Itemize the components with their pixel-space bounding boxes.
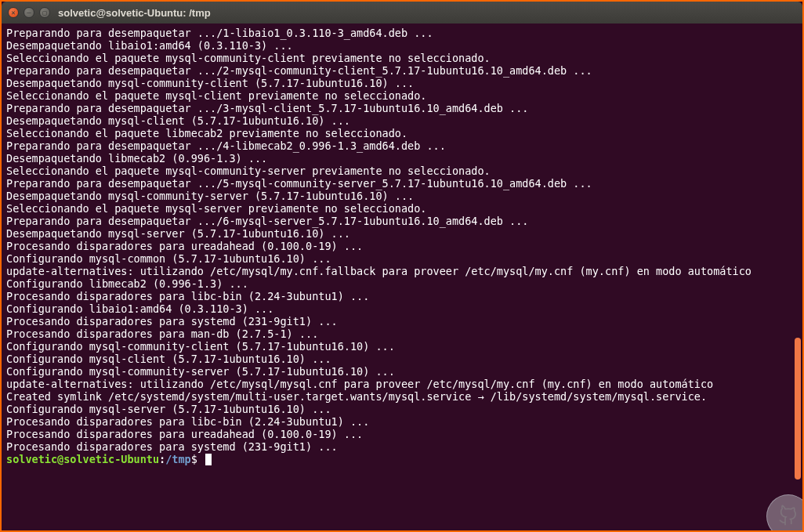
prompt-path: /tmp [165, 453, 191, 465]
terminal-line: Preparando para desempaquetar .../5-mysq… [6, 177, 798, 190]
terminal-line: Preparando para desempaquetar .../1-liba… [6, 27, 798, 39]
terminal-line: Configurando mysql-server (5.7.17-1ubunt… [6, 403, 798, 415]
terminal-line: update-alternatives: utilizando /etc/mys… [6, 265, 798, 277]
terminal-line: Desempaquetando mysql-community-client (… [6, 77, 798, 89]
maximize-icon[interactable]: ▢ [39, 7, 50, 18]
scrollbar[interactable] [793, 24, 802, 530]
terminal-line: Preparando para desempaquetar .../6-mysq… [6, 215, 798, 227]
terminal-line: Procesando disparadores para systemd (23… [6, 315, 798, 328]
terminal-line: Configurando libaio1:amd64 (0.3.110-3) .… [6, 302, 798, 315]
terminal-line: Desempaquetando libaio1:amd64 (0.3.110-3… [6, 39, 798, 52]
terminal-line: Desempaquetando libmecab2 (0.996-1.3) ..… [6, 152, 798, 165]
terminal-line: Desempaquetando mysql-client (5.7.17-1ub… [6, 114, 798, 127]
terminal-line: update-alternatives: utilizando /etc/mys… [6, 378, 798, 390]
close-icon[interactable]: ✕ [8, 7, 19, 18]
scrollbar-thumb[interactable] [795, 338, 801, 480]
terminal-line: Seleccionando el paquete mysql-client pr… [6, 89, 798, 102]
terminal-window: ✕ – ▢ solvetic@solvetic-Ubuntu: /tmp Pre… [2, 2, 802, 530]
window-title: solvetic@solvetic-Ubuntu: /tmp [58, 7, 211, 19]
terminal-line: Configurando mysql-community-server (5.7… [6, 365, 798, 378]
prompt-line[interactable]: solvetic@solvetic-Ubuntu:/tmp$ [6, 453, 798, 465]
terminal-line: Created symlink /etc/systemd/system/mult… [6, 390, 798, 403]
terminal-line: Procesando disparadores para systemd (23… [6, 440, 798, 453]
terminal-line: Seleccionando el paquete mysql-community… [6, 52, 798, 64]
terminal-line: Desempaquetando mysql-community-server (… [6, 190, 798, 202]
terminal-line: Procesando disparadores para ureadahead … [6, 240, 798, 252]
terminal-line: Configurando mysql-community-client (5.7… [6, 340, 798, 353]
terminal-line: Preparando para desempaquetar .../4-libm… [6, 139, 798, 152]
terminal-line: Configurando mysql-client (5.7.17-1ubunt… [6, 353, 798, 365]
window-controls: ✕ – ▢ [8, 7, 50, 18]
cursor [205, 454, 212, 465]
terminal-line: Desempaquetando mysql-server (5.7.17-1ub… [6, 227, 798, 240]
terminal-line: Procesando disparadores para libc-bin (2… [6, 415, 798, 428]
prompt-user-host: solvetic@solvetic-Ubuntu [6, 453, 159, 465]
terminal-line: Preparando para desempaquetar .../3-mysq… [6, 102, 798, 114]
terminal-line: Configurando libmecab2 (0.996-1.3) ... [6, 277, 798, 290]
terminal-line: Configurando mysql-common (5.7.17-1ubunt… [6, 252, 798, 265]
titlebar: ✕ – ▢ solvetic@solvetic-Ubuntu: /tmp [2, 2, 802, 24]
minimize-icon[interactable]: – [24, 7, 34, 18]
terminal-line: Seleccionando el paquete mysql-community… [6, 165, 798, 177]
terminal-line: Seleccionando el paquete mysql-server pr… [6, 202, 798, 215]
terminal-line: Seleccionando el paquete libmecab2 previ… [6, 127, 798, 139]
terminal-line: Procesando disparadores para man-db (2.7… [6, 328, 798, 340]
prompt-colon: : [159, 453, 165, 465]
terminal-line: Procesando disparadores para ureadahead … [6, 428, 798, 440]
terminal-output[interactable]: Preparando para desempaquetar .../1-liba… [2, 24, 802, 530]
terminal-line: Procesando disparadores para libc-bin (2… [6, 290, 798, 302]
terminal-line: Preparando para desempaquetar .../2-mysq… [6, 64, 798, 77]
prompt-symbol: $ [191, 453, 204, 465]
